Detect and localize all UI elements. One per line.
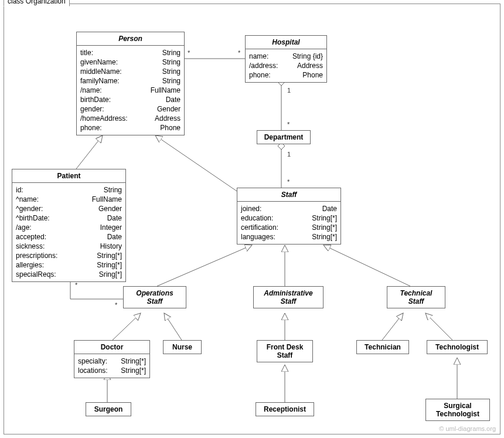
attr-name: sickness: xyxy=(16,242,45,251)
mult-hosp-dept-star: * xyxy=(287,121,290,128)
attr-type: Address xyxy=(155,114,181,123)
attr-name: title: xyxy=(80,48,93,57)
attr-name: name: xyxy=(249,52,268,61)
attr-type: String {id} xyxy=(292,52,323,61)
attr-type: String xyxy=(162,67,181,76)
class-surgical-technologist-title: Surgical Technologist xyxy=(426,399,489,420)
class-hospital: Hospital name:String {id}/address:Addres… xyxy=(245,35,327,83)
attribute-row: familyName:String xyxy=(80,76,181,86)
mult-hospital-side: * xyxy=(238,49,240,56)
attribute-row: /homeAddress:Address xyxy=(80,114,181,123)
class-technologist: Technologist xyxy=(427,340,488,354)
attr-name: birthDate: xyxy=(80,95,111,104)
mult-dept-staff-star: * xyxy=(287,178,290,185)
attr-type: Address xyxy=(297,61,323,70)
attr-type: String[*] xyxy=(121,356,146,366)
attribute-row: education:String[*] xyxy=(241,213,337,223)
class-doctor: Doctor specialty:String[*]locations:Stri… xyxy=(74,340,150,378)
class-patient-title: Patient xyxy=(12,169,125,183)
attr-type: Gender xyxy=(157,104,181,114)
attr-name: phone: xyxy=(80,123,102,133)
attr-type: Date xyxy=(322,204,337,213)
attr-type: Sring[*] xyxy=(99,270,122,279)
attr-name: ^birthDate: xyxy=(16,213,50,223)
attr-name: /address: xyxy=(249,61,278,70)
class-administrative-staff: Administrative Staff xyxy=(253,286,323,308)
attr-type: String xyxy=(162,76,181,86)
mult-person-side: * xyxy=(188,49,190,56)
attribute-row: birthDate:Date xyxy=(80,95,181,104)
attr-name: id: xyxy=(16,185,23,195)
class-doctor-title: Doctor xyxy=(74,341,149,354)
attr-name: locations: xyxy=(78,366,108,375)
attr-type: Date xyxy=(166,95,181,104)
class-operations-staff: Operations Staff xyxy=(123,286,186,308)
class-patient-attrs: id:String^name:FullName^gender:Gender^bi… xyxy=(12,183,125,281)
class-receptionist-title: Receptionist xyxy=(256,403,314,416)
class-person: Person title:StringgivenName:Stringmiddl… xyxy=(76,32,185,135)
class-patient: Patient id:String^name:FullName^gender:G… xyxy=(12,169,126,282)
attr-name: joined: xyxy=(241,204,261,213)
attribute-row: gender:Gender xyxy=(80,104,181,114)
class-technical-staff: Technical Staff xyxy=(387,286,445,308)
class-staff-attrs: joined:Dateeducation:String[*]certificat… xyxy=(237,202,340,244)
mult-ops-side: * xyxy=(115,301,117,308)
attr-type: Phone xyxy=(302,70,323,80)
attribute-row: phone:Phone xyxy=(249,70,323,80)
class-department: Department xyxy=(257,130,311,144)
attribute-row: title:String xyxy=(80,48,181,57)
attribute-row: name:String {id} xyxy=(249,52,323,61)
watermark: © uml-diagrams.org xyxy=(439,425,496,432)
attribute-row: locations:String[*] xyxy=(78,366,146,375)
attribute-row: ^name:FullName xyxy=(16,195,122,204)
attribute-row: languages:String[*] xyxy=(241,232,337,242)
attribute-row: ^birthDate:Date xyxy=(16,213,122,223)
attr-type: Date xyxy=(107,232,122,242)
class-operations-staff-title: Operations Staff xyxy=(124,287,186,308)
diagram-frame: class Organization xyxy=(0,0,504,438)
mult-patient-side: * xyxy=(75,281,77,288)
attr-name: givenName: xyxy=(80,57,118,67)
attr-type: History xyxy=(100,242,122,251)
attr-type: FullName xyxy=(151,86,181,95)
class-department-title: Department xyxy=(257,131,310,144)
attribute-row: /name:FullName xyxy=(80,86,181,95)
class-surgeon: Surgeon xyxy=(86,402,131,416)
attr-type: FullName xyxy=(92,195,122,204)
class-doctor-attrs: specialty:String[*]locations:String[*] xyxy=(74,354,149,378)
class-administrative-staff-title: Administrative Staff xyxy=(254,287,323,308)
attr-type: String[*] xyxy=(312,232,337,242)
class-technician: Technician xyxy=(356,340,409,354)
class-hospital-title: Hospital xyxy=(246,36,326,49)
class-nurse-title: Nurse xyxy=(164,341,201,354)
attr-name: certification: xyxy=(241,223,278,232)
attribute-row: accepted:Date xyxy=(16,232,122,242)
mult-hosp-dept-1: 1 xyxy=(287,87,291,94)
attr-name: gender: xyxy=(80,104,104,114)
attribute-row: middleName:String xyxy=(80,67,181,76)
class-person-title: Person xyxy=(77,32,184,46)
class-surgeon-title: Surgeon xyxy=(86,403,131,416)
attribute-row: certification:String[*] xyxy=(241,223,337,232)
attr-name: phone: xyxy=(249,70,271,80)
attr-name: /name: xyxy=(80,86,102,95)
attr-name: specialty: xyxy=(78,356,107,366)
attr-type: Gender xyxy=(98,204,122,213)
class-technologist-title: Technologist xyxy=(427,341,487,354)
class-front-desk-staff-title: Front Desk Staff xyxy=(257,341,312,362)
attribute-row: id:String xyxy=(16,185,122,195)
attribute-row: allergies:String[*] xyxy=(16,260,122,270)
attr-type: String[*] xyxy=(97,251,122,260)
attr-name: education: xyxy=(241,213,273,223)
attribute-row: specialty:String[*] xyxy=(78,356,146,366)
class-front-desk-staff: Front Desk Staff xyxy=(257,340,313,362)
attr-type: String[*] xyxy=(312,223,337,232)
attr-type: Integer xyxy=(100,223,122,232)
attr-name: /age: xyxy=(16,223,32,232)
attr-type: String xyxy=(162,57,181,67)
class-staff: Staff joined:Dateeducation:String[*]cert… xyxy=(237,188,341,245)
class-surgical-technologist: Surgical Technologist xyxy=(425,399,490,421)
class-person-attrs: title:StringgivenName:StringmiddleName:S… xyxy=(77,46,184,135)
frame-title: class Organization xyxy=(4,0,70,6)
attr-name: allergies: xyxy=(16,260,44,270)
